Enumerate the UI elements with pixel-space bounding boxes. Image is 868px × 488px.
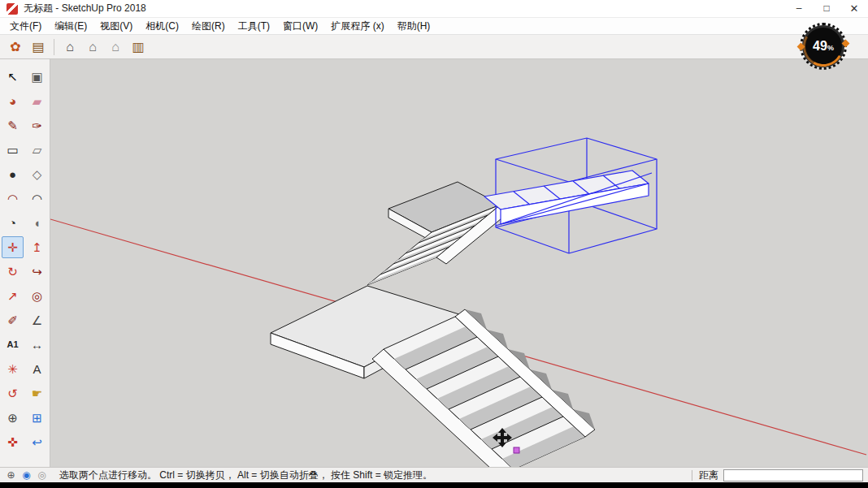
menu-bar: 文件(F)编辑(E)视图(V)相机(C)绘图(R)工具(T)窗口(W)扩展程序 … xyxy=(0,18,868,35)
rotate-tool-button[interactable]: ↻ xyxy=(2,261,24,283)
view-left-button[interactable]: ⌂ xyxy=(105,37,126,58)
axes-icon: ✳ xyxy=(7,363,18,375)
close-button[interactable]: ✕ xyxy=(840,0,868,17)
protractor-tool-button[interactable]: ∠ xyxy=(26,309,48,331)
menu-item-window[interactable]: 窗口(W) xyxy=(276,18,324,34)
view-top-button[interactable]: ▤ xyxy=(28,37,49,58)
freehand-tool-button[interactable]: ✑ xyxy=(26,114,48,136)
protractor-icon: ∠ xyxy=(32,314,42,326)
select-tool-button[interactable]: ↖ xyxy=(2,66,24,88)
maximize-button[interactable]: □ xyxy=(813,0,840,17)
tape-measure-icon: ✐ xyxy=(7,314,18,326)
two-point-arc-icon: ◠ xyxy=(32,192,42,205)
view-right-button[interactable]: ▥ xyxy=(128,37,149,58)
status-message: 选取两个点进行移动。 Ctrl = 切换拷贝， Alt = 切换自动折叠， 按住… xyxy=(59,469,432,482)
view-iso-button[interactable]: ✿ xyxy=(5,37,26,58)
credits-icon[interactable]: ◉ xyxy=(20,469,33,482)
sign-in-icon[interactable]: ◎ xyxy=(36,469,48,482)
window-controls: – □ ✕ xyxy=(785,0,868,17)
sketchup-logo-icon xyxy=(7,3,18,15)
rectangle-icon: ▭ xyxy=(7,144,18,156)
recording-progress-badge[interactable]: 49% xyxy=(800,23,847,70)
paint-bucket-tool-button[interactable]: ◕ xyxy=(2,90,24,112)
arc-icon: ◠ xyxy=(7,192,18,205)
toolbar-divider xyxy=(54,39,54,55)
make-component-icon: ▣ xyxy=(31,71,42,83)
pan-icon: ☛ xyxy=(32,387,42,399)
text-tool-button[interactable]: A1 xyxy=(2,334,24,356)
eraser-icon: ▰ xyxy=(33,95,42,107)
letterbox-strip xyxy=(0,482,868,488)
make-component-tool-button[interactable]: ▣ xyxy=(26,66,48,88)
zoom-tool-button[interactable]: ⊕ xyxy=(2,407,24,429)
measurement-input[interactable] xyxy=(723,469,863,482)
view-back-button[interactable]: ⌂ xyxy=(82,37,103,58)
follow-me-tool-button[interactable]: ↪ xyxy=(26,261,48,283)
geolocation-icon[interactable]: ⊕ xyxy=(5,469,17,482)
rectangle-tool-button[interactable]: ▭ xyxy=(2,139,24,161)
circle-icon: ● xyxy=(9,168,16,180)
threed-text-tool-button[interactable]: A xyxy=(26,358,48,380)
circle-tool-button[interactable]: ● xyxy=(2,163,24,185)
orbit-icon: ↺ xyxy=(7,387,18,399)
menu-item-view[interactable]: 视图(V) xyxy=(93,18,139,34)
sketchup-window: 无标题 - SketchUp Pro 2018 – □ ✕ 文件(F)编辑(E)… xyxy=(0,0,868,488)
menu-item-tools[interactable]: 工具(T) xyxy=(232,18,276,34)
move-tool-button[interactable]: ✛ xyxy=(2,236,24,258)
scale-icon: ↗ xyxy=(7,290,18,302)
push-pull-icon: ↥ xyxy=(32,241,42,253)
polygon-tool-button[interactable]: ◇ xyxy=(26,163,48,185)
model-scene xyxy=(50,59,868,467)
view-front-button[interactable]: ⌂ xyxy=(59,37,80,58)
previous-view-icon: ↩ xyxy=(32,436,42,448)
window-title: 无标题 - SketchUp Pro 2018 xyxy=(24,2,146,15)
freehand-icon: ✑ xyxy=(32,119,42,132)
rotate-icon: ↻ xyxy=(7,266,18,278)
eraser-tool-button[interactable]: ▰ xyxy=(26,90,48,112)
menu-item-help[interactable]: 帮助(H) xyxy=(391,18,437,34)
staircase-model xyxy=(271,182,595,467)
menu-item-draw[interactable]: 绘图(R) xyxy=(185,18,232,34)
measurement-label: 距离 xyxy=(699,469,718,482)
minimize-button[interactable]: – xyxy=(785,0,813,17)
tape-measure-tool-button[interactable]: ✐ xyxy=(2,309,24,331)
view-back-icon: ⌂ xyxy=(89,40,97,54)
three-point-arc-icon: ◖ xyxy=(33,217,41,229)
move-icon: ✛ xyxy=(7,241,18,253)
polygon-icon: ◇ xyxy=(33,168,42,180)
follow-me-icon: ↪ xyxy=(32,266,42,278)
two-point-arc-tool-button[interactable]: ◠ xyxy=(26,188,48,209)
view-front-icon: ⌂ xyxy=(66,40,74,54)
model-viewport[interactable] xyxy=(50,59,868,467)
views-toolbar: ✿▤⌂⌂⌂▥ xyxy=(0,35,868,59)
three-point-arc-tool-button[interactable]: ◖ xyxy=(26,212,48,234)
zoom-extents-tool-button[interactable]: ✜ xyxy=(2,431,24,453)
line-tool-button[interactable]: ✎ xyxy=(2,114,24,136)
zoom-extents-icon: ✜ xyxy=(7,436,18,448)
zoom-window-tool-button[interactable]: ⊞ xyxy=(26,407,48,429)
status-icons: ⊕◉◎ xyxy=(5,469,51,482)
zoom-window-icon: ⊞ xyxy=(32,412,42,424)
pie-tool-button[interactable]: ◔ xyxy=(2,212,24,234)
large-tool-set: ↖▣◕▰✎✑▭▱●◇◠◠◔◖✛↥↻↪↗◎✐∠A1↔✳A↺☛⊕⊞✜↩ xyxy=(0,59,50,467)
view-left-icon: ⌂ xyxy=(111,40,119,54)
previous-view-tool-button[interactable]: ↩ xyxy=(26,431,48,453)
push-pull-tool-button[interactable]: ↥ xyxy=(26,236,48,258)
offset-tool-button[interactable]: ◎ xyxy=(26,285,48,307)
menu-item-camera[interactable]: 相机(C) xyxy=(139,18,185,34)
dimension-tool-button[interactable]: ↔ xyxy=(26,334,48,356)
pan-tool-button[interactable]: ☛ xyxy=(26,382,48,404)
status-bar: ⊕◉◎ 选取两个点进行移动。 Ctrl = 切换拷贝， Alt = 切换自动折叠… xyxy=(0,467,868,482)
menu-item-edit[interactable]: 编辑(E) xyxy=(48,18,93,34)
progress-percent: 49% xyxy=(800,23,847,70)
axes-tool-button[interactable]: ✳ xyxy=(2,358,24,380)
view-iso-icon: ✿ xyxy=(10,39,20,54)
menu-item-file[interactable]: 文件(F) xyxy=(3,18,48,34)
pie-icon: ◔ xyxy=(9,217,16,229)
arc-tool-button[interactable]: ◠ xyxy=(2,188,24,209)
inference-point xyxy=(514,447,519,453)
orbit-tool-button[interactable]: ↺ xyxy=(2,382,24,404)
menu-item-extensions[interactable]: 扩展程序 (x) xyxy=(324,18,390,34)
rotated-rectangle-tool-button[interactable]: ▱ xyxy=(26,139,48,161)
scale-tool-button[interactable]: ↗ xyxy=(2,285,24,307)
